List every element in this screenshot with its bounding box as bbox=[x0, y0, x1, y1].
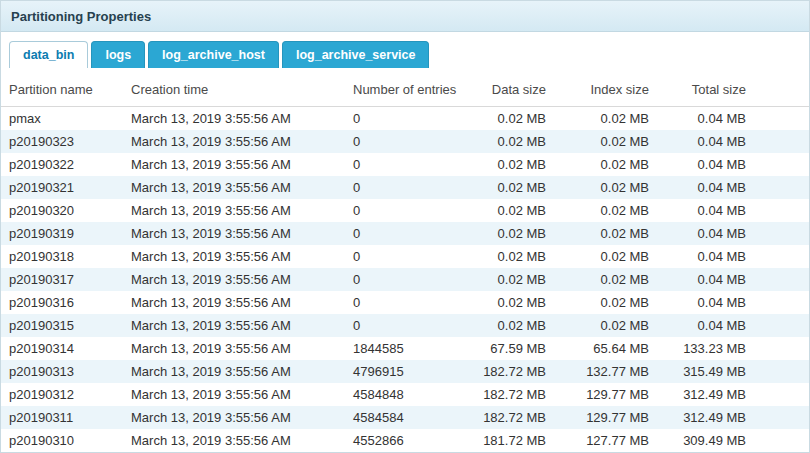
partitioning-properties-panel: Partitioning Properties data_binlogslog_… bbox=[0, 0, 810, 453]
tab-data_bin[interactable]: data_bin bbox=[9, 41, 88, 68]
table-cell: March 13, 2019 3:55:56 AM bbox=[123, 406, 345, 429]
table-cell: p20190314 bbox=[1, 337, 123, 360]
table-row: p20190313March 13, 2019 3:55:56 AM479691… bbox=[1, 360, 810, 383]
table-row: p20190321March 13, 2019 3:55:56 AM00.02 … bbox=[1, 176, 810, 199]
table-cell: p20190311 bbox=[1, 406, 123, 429]
tab-logs[interactable]: logs bbox=[91, 41, 145, 68]
table-row: p20190314March 13, 2019 3:55:56 AM184458… bbox=[1, 337, 810, 360]
table-row: p20190310March 13, 2019 3:55:56 AM455286… bbox=[1, 429, 810, 452]
table-cell: p20190320 bbox=[1, 199, 123, 222]
table-cell: p20190319 bbox=[1, 222, 123, 245]
table-cell: 0.04 MB bbox=[652, 268, 810, 291]
table-cell: 132.77 MB bbox=[549, 360, 652, 383]
table-cell: 315.49 MB bbox=[652, 360, 810, 383]
table-row: p20190322March 13, 2019 3:55:56 AM00.02 … bbox=[1, 153, 810, 176]
tab-bar: data_binlogslog_archive_hostlog_archive_… bbox=[1, 32, 809, 68]
table-cell: 0.02 MB bbox=[549, 199, 652, 222]
table-cell: March 13, 2019 3:55:56 AM bbox=[123, 222, 345, 245]
tab-log_archive_host[interactable]: log_archive_host bbox=[148, 41, 279, 68]
table-cell: 133.23 MB bbox=[652, 337, 810, 360]
table-cell: 0.02 MB bbox=[549, 153, 652, 176]
table-cell: 0.04 MB bbox=[652, 176, 810, 199]
panel-title: Partitioning Properties bbox=[1, 1, 809, 32]
column-header: Data size bbox=[475, 74, 549, 107]
partitions-table: Partition nameCreation timeNumber of ent… bbox=[1, 74, 810, 452]
table-cell: p20190323 bbox=[1, 130, 123, 153]
table-cell: March 13, 2019 3:55:56 AM bbox=[123, 107, 345, 131]
table-cell: 0.02 MB bbox=[475, 176, 549, 199]
table-row: p20190317March 13, 2019 3:55:56 AM00.02 … bbox=[1, 268, 810, 291]
table-cell: 182.72 MB bbox=[475, 383, 549, 406]
table-cell: p20190321 bbox=[1, 176, 123, 199]
table-header: Partition nameCreation timeNumber of ent… bbox=[1, 74, 810, 107]
table-row: p20190316March 13, 2019 3:55:56 AM00.02 … bbox=[1, 291, 810, 314]
table-cell: March 13, 2019 3:55:56 AM bbox=[123, 153, 345, 176]
table-cell: 0.04 MB bbox=[652, 314, 810, 337]
table-cell: 0.04 MB bbox=[652, 107, 810, 131]
table-row: p20190311March 13, 2019 3:55:56 AM458458… bbox=[1, 406, 810, 429]
table-cell: 0.04 MB bbox=[652, 199, 810, 222]
table-cell: 0.02 MB bbox=[549, 222, 652, 245]
table-cell: 0.04 MB bbox=[652, 245, 810, 268]
table-cell: 0 bbox=[345, 176, 475, 199]
table-cell: March 13, 2019 3:55:56 AM bbox=[123, 130, 345, 153]
table-cell: 0.02 MB bbox=[475, 130, 549, 153]
table-row: p20190319March 13, 2019 3:55:56 AM00.02 … bbox=[1, 222, 810, 245]
table-row: p20190320March 13, 2019 3:55:56 AM00.02 … bbox=[1, 199, 810, 222]
table-cell: p20190315 bbox=[1, 314, 123, 337]
table-cell: 0.04 MB bbox=[652, 222, 810, 245]
table-cell: p20190317 bbox=[1, 268, 123, 291]
table-cell: 312.49 MB bbox=[652, 406, 810, 429]
table-cell: 0.02 MB bbox=[475, 314, 549, 337]
column-header: Index size bbox=[549, 74, 652, 107]
table-cell: 312.49 MB bbox=[652, 383, 810, 406]
table-cell: 182.72 MB bbox=[475, 406, 549, 429]
table-cell: 4552866 bbox=[345, 429, 475, 452]
table-cell: 0.02 MB bbox=[549, 107, 652, 131]
column-header: Creation time bbox=[123, 74, 345, 107]
column-header: Total size bbox=[652, 74, 810, 107]
table-cell: p20190322 bbox=[1, 153, 123, 176]
table-cell: p20190310 bbox=[1, 429, 123, 452]
table-cell: p20190313 bbox=[1, 360, 123, 383]
table-cell: 127.77 MB bbox=[549, 429, 652, 452]
table-cell: 0.04 MB bbox=[652, 153, 810, 176]
table-cell: 4796915 bbox=[345, 360, 475, 383]
table-cell: 4584848 bbox=[345, 383, 475, 406]
table-cell: 0.04 MB bbox=[652, 130, 810, 153]
table-cell: March 13, 2019 3:55:56 AM bbox=[123, 291, 345, 314]
table-cell: 4584584 bbox=[345, 406, 475, 429]
table-cell: 0 bbox=[345, 291, 475, 314]
table-cell: 182.72 MB bbox=[475, 360, 549, 383]
table-cell: 0.02 MB bbox=[475, 245, 549, 268]
table-cell: 1844585 bbox=[345, 337, 475, 360]
table-cell: March 13, 2019 3:55:56 AM bbox=[123, 245, 345, 268]
table-cell: 181.72 MB bbox=[475, 429, 549, 452]
table-cell: p20190312 bbox=[1, 383, 123, 406]
table-cell: 0.04 MB bbox=[652, 291, 810, 314]
table-cell: March 13, 2019 3:55:56 AM bbox=[123, 199, 345, 222]
table-cell: March 13, 2019 3:55:56 AM bbox=[123, 383, 345, 406]
column-header: Partition name bbox=[1, 74, 123, 107]
table-cell: 0.02 MB bbox=[475, 199, 549, 222]
table-cell: 0.02 MB bbox=[475, 107, 549, 131]
table-cell: 0.02 MB bbox=[549, 245, 652, 268]
table-cell: 0 bbox=[345, 130, 475, 153]
table-row: p20190318March 13, 2019 3:55:56 AM00.02 … bbox=[1, 245, 810, 268]
tab-log_archive_service[interactable]: log_archive_service bbox=[282, 41, 430, 68]
table-cell: 0.02 MB bbox=[549, 314, 652, 337]
table-cell: 0 bbox=[345, 153, 475, 176]
table-cell: 0.02 MB bbox=[549, 130, 652, 153]
table-cell: March 13, 2019 3:55:56 AM bbox=[123, 429, 345, 452]
table-cell: 0 bbox=[345, 314, 475, 337]
table-cell: 129.77 MB bbox=[549, 383, 652, 406]
table-cell: 67.59 MB bbox=[475, 337, 549, 360]
table-cell: 0.02 MB bbox=[549, 176, 652, 199]
table-cell: 129.77 MB bbox=[549, 406, 652, 429]
table-body: pmaxMarch 13, 2019 3:55:56 AM00.02 MB0.0… bbox=[1, 107, 810, 453]
table-cell: March 13, 2019 3:55:56 AM bbox=[123, 360, 345, 383]
table-cell: March 13, 2019 3:55:56 AM bbox=[123, 176, 345, 199]
column-header: Number of entries bbox=[345, 74, 475, 107]
table-cell: 0.02 MB bbox=[549, 291, 652, 314]
table-cell: p20190316 bbox=[1, 291, 123, 314]
